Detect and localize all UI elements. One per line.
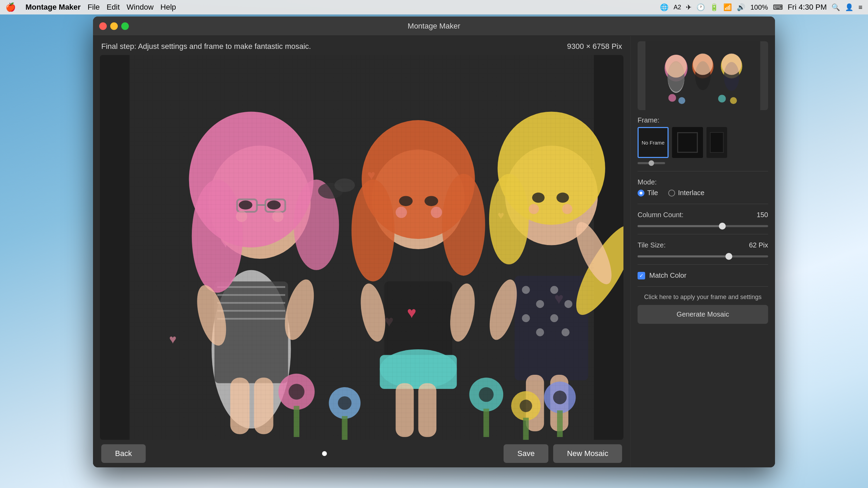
apply-hint-text: Click here to apply your frame and setti…	[638, 294, 768, 301]
new-mosaic-button[interactable]: New Mosaic	[553, 444, 622, 463]
window-menu[interactable]: Window	[127, 3, 154, 12]
mode-tile-option[interactable]: Tile	[638, 189, 658, 197]
frame-options: No Frame	[638, 127, 768, 159]
column-count-section: Column Count: 150	[638, 211, 768, 227]
tile-size-section: Tile Size: 62 Pix	[638, 241, 768, 257]
svg-point-101	[730, 97, 737, 104]
instructions-text: Final step: Adjust settings and frame to…	[101, 42, 311, 51]
column-count-slider[interactable]	[638, 225, 768, 227]
time-machine-icon: 🕐	[696, 3, 705, 11]
search-icon[interactable]: 🔍	[831, 3, 840, 11]
volume-icon: 🔊	[737, 3, 745, 11]
maximize-button[interactable]	[121, 22, 129, 30]
help-menu[interactable]: Help	[161, 3, 176, 12]
bottom-right-buttons: Save New Mosaic	[504, 444, 622, 463]
frame-option-none[interactable]: No Frame	[638, 127, 669, 158]
app-window: Montage Maker Final step: Adjust setting…	[93, 17, 775, 467]
file-menu[interactable]: File	[87, 3, 100, 12]
divider-5	[638, 286, 768, 287]
svg-point-98	[669, 94, 676, 102]
mode-interlace-radio[interactable]	[668, 190, 675, 197]
tile-size-slider[interactable]	[638, 255, 768, 257]
mode-tile-label: Tile	[647, 189, 658, 197]
list-icon[interactable]: ≡	[858, 3, 862, 11]
frame-section: Frame: No Frame	[638, 116, 768, 164]
dimensions-text: 9300 × 6758 Pix	[567, 42, 622, 51]
wifi-icon: 📶	[723, 3, 732, 11]
match-color-row: Match Color	[638, 272, 768, 279]
apple-menu[interactable]: 🍎	[6, 2, 16, 12]
frame-label: Frame:	[638, 116, 768, 124]
match-color-checkbox[interactable]	[638, 272, 645, 279]
svg-point-100	[718, 95, 726, 103]
mode-row: Tile Interlace	[638, 189, 768, 197]
svg-point-91	[665, 55, 687, 78]
adobe-icon: A2	[673, 4, 681, 11]
main-area: Final step: Adjust settings and frame to…	[93, 36, 630, 467]
close-button[interactable]	[99, 22, 107, 30]
battery-icon: 🔋	[710, 3, 719, 11]
mode-interlace-label: Interlace	[678, 189, 704, 197]
battery-percent: 100%	[750, 3, 768, 11]
mode-tile-radio[interactable]	[638, 190, 644, 197]
frame-option-dark2[interactable]	[706, 127, 727, 158]
frame-slider[interactable]	[638, 162, 665, 164]
thumbnail-preview	[638, 41, 768, 110]
minimize-button[interactable]	[110, 22, 118, 30]
mode-section: Mode: Tile Interlace	[638, 178, 768, 197]
tile-size-label: Tile Size:	[638, 241, 666, 249]
divider-2	[638, 204, 768, 204]
content-area: Final step: Adjust settings and frame to…	[93, 36, 775, 467]
match-color-label: Match Color	[649, 272, 686, 279]
back-button[interactable]: Back	[101, 444, 146, 463]
top-bar: Final step: Adjust settings and frame to…	[93, 36, 630, 55]
divider-1	[638, 171, 768, 171]
frame-none-label: No Frame	[642, 140, 665, 146]
svg-rect-83	[130, 55, 594, 440]
clock: Fri 4:30 PM	[788, 3, 827, 12]
bluetooth-icon: ✈	[686, 3, 692, 11]
keyboard-icon: ⌨	[773, 3, 783, 11]
window-title: Montage Maker	[408, 22, 461, 31]
mode-interlace-option[interactable]: Interlace	[668, 189, 704, 197]
frame-option-dark1[interactable]	[672, 127, 703, 158]
menubar: 🍎 Montage Maker File Edit Window Help 🌐 …	[0, 0, 868, 14]
edit-menu[interactable]: Edit	[107, 3, 120, 12]
svg-point-99	[678, 97, 685, 104]
globe-icon[interactable]: 🌐	[660, 3, 669, 11]
right-panel: Frame: No Frame	[630, 36, 775, 467]
tile-size-thumb[interactable]	[725, 253, 732, 260]
mosaic-canvas: ♥ ♥ ♥ ♥ ♥ ♥	[100, 55, 623, 440]
column-count-label: Column Count:	[638, 211, 683, 219]
svg-point-97	[722, 54, 742, 75]
generate-section: Click here to apply your frame and setti…	[638, 294, 768, 324]
tile-size-value: 62 Pix	[747, 241, 768, 252]
title-bar: Montage Maker	[93, 17, 775, 36]
mode-label: Mode:	[638, 178, 768, 186]
page-dot-indicator	[322, 451, 327, 456]
app-name-menu[interactable]: Montage Maker	[25, 3, 81, 12]
generate-button[interactable]: Generate Mosaic	[638, 305, 768, 324]
traffic-lights	[99, 22, 129, 30]
column-count-value: 150	[747, 211, 768, 222]
divider-4	[638, 264, 768, 265]
save-button[interactable]: Save	[504, 444, 548, 463]
bottom-bar: Back Save New Mosaic	[93, 440, 630, 467]
frame-slider-row	[638, 162, 768, 164]
user-icon[interactable]: 👤	[845, 3, 854, 11]
divider-3	[638, 234, 768, 234]
column-count-thumb[interactable]	[719, 223, 726, 230]
svg-point-94	[693, 54, 713, 75]
